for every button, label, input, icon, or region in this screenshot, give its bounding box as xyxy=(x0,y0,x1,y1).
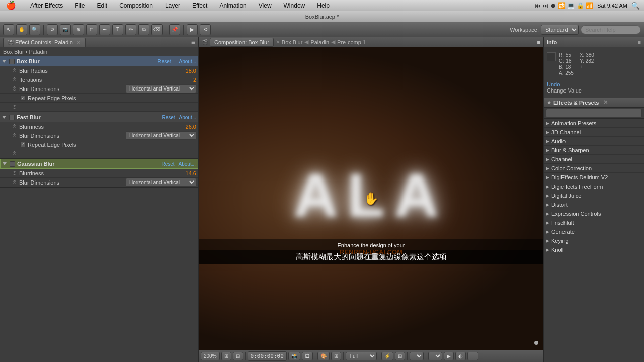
ep-item-blur-sharpen[interactable]: ▶ Blur & Sharpen xyxy=(544,146,644,155)
puppet-tool[interactable]: 📌 xyxy=(169,24,180,35)
ep-item-distort[interactable]: ▶ Distort xyxy=(544,200,644,209)
zoom-tool[interactable]: 🔍 xyxy=(29,24,40,35)
clone-tool[interactable]: ⧉ xyxy=(138,24,149,35)
ep-item-digital-juice[interactable]: ▶ Digital Juice xyxy=(544,191,644,200)
panel-menu-btn[interactable]: ≡ xyxy=(191,38,195,46)
info-panel-menu[interactable]: ≡ xyxy=(638,39,641,45)
fast-preview-btn[interactable]: ⚡ xyxy=(381,352,393,360)
comp-breadcrumb-2[interactable]: Paladin xyxy=(310,39,329,45)
ep-item-channel[interactable]: ▶ Channel xyxy=(544,155,644,164)
ep-panel-menu[interactable]: ≡ xyxy=(638,100,641,106)
effect-controls-tab[interactable]: 🎬 Effect Controls: Paladin ✕ xyxy=(3,38,86,47)
repeat-edge-fast-checkbox[interactable]: ✓ xyxy=(20,142,26,147)
effect-gaussian-blur: Gaussian Blur Reset About... ⏱ Blurrines… xyxy=(0,159,198,188)
color-info-btn[interactable]: 🎨 xyxy=(317,352,330,360)
comp-tab[interactable]: Composition: Box Blur xyxy=(210,38,274,47)
color-swatch xyxy=(547,52,556,61)
comp-panel-options[interactable]: ≡ xyxy=(537,39,540,45)
menu-effect[interactable]: Effect xyxy=(190,2,209,9)
menu-help[interactable]: Help xyxy=(315,2,332,9)
corner-handle[interactable] xyxy=(534,341,538,345)
change-value-label: Change Value xyxy=(547,87,641,94)
search-icon[interactable]: 🔍 xyxy=(631,2,640,10)
repeat-edge-checkbox[interactable]: ✓ xyxy=(20,95,26,101)
safe-zones-btn[interactable]: ⊟ xyxy=(233,352,243,360)
blur-dimensions-select[interactable]: Horizontal and Vertical xyxy=(126,84,196,93)
zoom-select[interactable]: 200% xyxy=(201,352,220,360)
fit-icon[interactable]: ⊞ xyxy=(221,352,231,360)
tab-close[interactable]: ✕ xyxy=(76,39,81,45)
effect-checkbox-gaussian[interactable] xyxy=(10,161,15,167)
rotate-tool[interactable]: ↺ xyxy=(47,24,58,35)
ep-item-generate[interactable]: ▶ Generate xyxy=(544,227,644,236)
effect-checkbox-box-blur[interactable] xyxy=(9,59,15,64)
render-btn[interactable]: ▶ xyxy=(444,352,454,360)
menu-file[interactable]: File xyxy=(73,2,87,9)
menu-edit[interactable]: Edit xyxy=(95,2,109,9)
blur-dimensions-gauss-select[interactable]: Horizontal and Vertical xyxy=(126,178,196,187)
ep-item-keying[interactable]: ▶ Keying xyxy=(544,236,644,245)
effect-header-gaussian[interactable]: Gaussian Blur Reset About... xyxy=(0,159,198,169)
quality-select[interactable]: Full Half Third Quarter xyxy=(346,352,377,360)
ep-close[interactable]: ✕ xyxy=(603,99,608,106)
comp-breadcrumb-3[interactable]: Pre-comp 1 xyxy=(337,39,366,45)
ep-item-animation-presets[interactable]: ▶ Animation Presets xyxy=(544,119,644,128)
arrow-icon: ▶ xyxy=(546,175,549,180)
camera-select[interactable]: Active Camera xyxy=(410,352,424,360)
fast-blur-about[interactable]: About... xyxy=(179,115,196,120)
brush-tool[interactable]: ✏ xyxy=(125,24,136,35)
playback-controls[interactable]: ▶ xyxy=(187,24,198,35)
ep-item-knoll[interactable]: ▶ Knoll xyxy=(544,245,644,254)
ep-search-input[interactable] xyxy=(546,109,642,118)
menu-composition[interactable]: Composition xyxy=(117,2,155,9)
anchor-tool[interactable]: ⊕ xyxy=(73,24,84,35)
apple-icon[interactable]: 🍎 xyxy=(4,1,18,10)
menu-animation[interactable]: Animation xyxy=(217,2,248,9)
ep-item-audio[interactable]: ▶ Audio xyxy=(544,137,644,146)
loop-btn[interactable]: ⟲ xyxy=(200,24,211,35)
show-snapshot-btn[interactable]: 🖼 xyxy=(302,352,313,360)
ep-item-digieffects-freeform[interactable]: ▶ Digieffects FreeForm xyxy=(544,182,644,191)
box-blur-about[interactable]: About... xyxy=(179,59,196,64)
fast-blur-reset[interactable]: Reset xyxy=(162,115,175,120)
view-select[interactable]: 1 View xyxy=(428,352,442,360)
snapshot-btn[interactable]: 📸 xyxy=(288,352,300,360)
comp-header: 🎬 Composition: Box Blur ✕ Box Blur ◀ Pal… xyxy=(199,37,543,47)
workspace-select[interactable]: Standard xyxy=(541,25,579,35)
camera-tool[interactable]: 📷 xyxy=(60,24,71,35)
ep-item-3d-channel[interactable]: ▶ 3D Channel xyxy=(544,128,644,137)
ep-item-color-correction[interactable]: ▶ Color Correction xyxy=(544,164,644,173)
gaussian-about[interactable]: About... xyxy=(179,161,196,167)
effect-header-box-blur[interactable]: Box Blur Reset About... xyxy=(0,56,198,66)
breadcrumb: Box Blur • Paladin xyxy=(0,47,198,56)
grid-btn[interactable]: ⊞ xyxy=(395,352,405,360)
more-btn[interactable]: ⋯ xyxy=(467,352,478,360)
menu-after-effects[interactable]: After Effects xyxy=(28,2,65,9)
r-value: R: 55 xyxy=(559,52,574,58)
gaussian-reset[interactable]: Reset xyxy=(161,161,174,167)
undo-label[interactable]: Undo xyxy=(547,81,641,87)
hand-tool[interactable]: ✋ xyxy=(16,24,27,35)
shape-tool[interactable]: □ xyxy=(86,24,97,35)
menu-window[interactable]: Window xyxy=(282,2,307,9)
effect-header-fast-blur[interactable]: Fast Blur Reset About... xyxy=(0,112,198,122)
timecode-display[interactable]: 0:00:00:00 xyxy=(248,351,287,361)
pen-tool[interactable]: ✒ xyxy=(99,24,110,35)
effect-checkbox-fast-blur[interactable] xyxy=(9,115,15,120)
menu-layer[interactable]: Layer xyxy=(163,2,182,9)
search-help-input[interactable] xyxy=(581,25,641,34)
select-tool[interactable]: ↖ xyxy=(3,24,14,35)
box-blur-reset[interactable]: Reset xyxy=(157,59,171,64)
menu-view[interactable]: View xyxy=(257,2,274,9)
blur-dimensions-fast-select[interactable]: Horizontal and Vertical xyxy=(126,131,196,140)
comp-viewport[interactable]: ALA ✋ xyxy=(199,47,543,350)
flow-btn[interactable]: ◐ xyxy=(455,352,466,360)
text-tool[interactable]: T xyxy=(112,24,123,35)
transparency-btn[interactable]: ⊞ xyxy=(331,352,341,360)
comp-tab-close[interactable]: ✕ xyxy=(276,39,280,45)
comp-breadcrumb-1[interactable]: Box Blur xyxy=(282,39,303,45)
eraser-tool[interactable]: ⌫ xyxy=(151,24,163,35)
ep-item-expression-controls[interactable]: ▶ Expression Controls xyxy=(544,209,644,218)
ep-item-digieffects-delirium[interactable]: ▶ DigiEffects Delirium V2 xyxy=(544,173,644,182)
ep-item-frischluft[interactable]: ▶ Frischluft xyxy=(544,218,644,227)
